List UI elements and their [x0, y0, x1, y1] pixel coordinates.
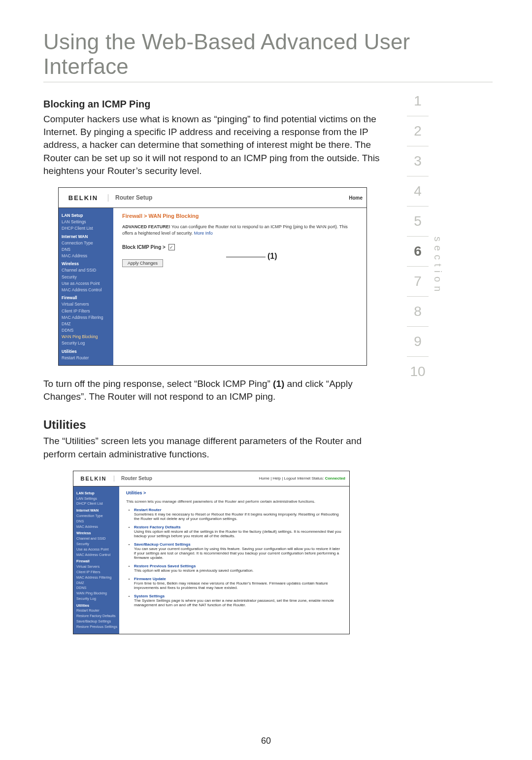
sidebar-item[interactable]: LAN Settings: [62, 219, 111, 225]
section-nav-item-7[interactable]: 7: [407, 267, 429, 297]
section-nav-item-1[interactable]: 1: [407, 86, 429, 116]
sidebar-item[interactable]: Connection Type: [62, 240, 111, 246]
sidebar-item[interactable]: Channel and SSID: [62, 267, 111, 274]
sidebar-item[interactable]: Restart Router: [62, 355, 111, 361]
page-title: Using the Web-Based Advanced User Interf…: [43, 30, 493, 82]
sidebar-item[interactable]: Virtual Servers: [76, 564, 117, 570]
utilities-item-title[interactable]: Restore Previous Saved Settings: [134, 564, 196, 568]
sidebar-item[interactable]: Use as Access Point: [62, 280, 111, 287]
utilities-item-desc: You can save your current configuration …: [134, 547, 342, 560]
sidebar-item[interactable]: Security Log: [62, 340, 111, 346]
section-nav: 12345678910: [407, 86, 429, 386]
section-nav-item-8[interactable]: 8: [407, 297, 429, 327]
sidebar-heading: LAN Setup: [62, 212, 111, 219]
sidebar-item[interactable]: Connection Type: [76, 514, 117, 519]
sidebar-item[interactable]: DHCP Client List: [76, 501, 117, 507]
section-nav-item-9[interactable]: 9: [407, 327, 429, 357]
sidebar-item[interactable]: DNS: [62, 246, 111, 253]
router-setup-title: Router Setup: [108, 194, 349, 201]
page-number: 60: [0, 736, 532, 746]
utilities-item-title[interactable]: Save/Backup Current Settings: [134, 542, 191, 547]
utilities-item-title[interactable]: Restart Router: [134, 508, 162, 512]
para-utilities: The “Utilities” screen lets you manage d…: [43, 435, 394, 460]
sidebar-heading: Wireless: [76, 531, 117, 536]
sidebar-item[interactable]: Restart Router: [76, 608, 117, 614]
sidebar-item[interactable]: DMZ: [76, 581, 117, 586]
router-top-links-text: Home | Help | Logout Internet Status:: [259, 476, 325, 481]
sidebar-heading: Wireless: [62, 261, 111, 267]
sidebar-heading: Internet WAN: [76, 508, 117, 514]
callout-line: [226, 257, 266, 257]
section-nav-item-3[interactable]: 3: [407, 146, 429, 176]
utilities-list-item: Restore Factory DefaultsUsing this optio…: [134, 525, 342, 538]
router-brand: BELKIN: [59, 194, 108, 202]
sidebar-item[interactable]: WAN Ping Blocking: [62, 334, 111, 340]
block-icmp-checkbox[interactable]: ✓: [168, 244, 175, 250]
sidebar-item[interactable]: Restore Factory Defaults: [76, 614, 117, 619]
router-breadcrumb-2: Utilities >: [126, 490, 342, 495]
heading-utilities: Utilities: [43, 418, 394, 432]
sidebar-item[interactable]: DDNS: [76, 586, 117, 591]
after-text-bold: (1): [273, 379, 284, 389]
utilities-list-item: System SettingsThe System Settings page …: [134, 594, 342, 607]
sidebar-item[interactable]: MAC Address: [76, 524, 117, 530]
sidebar-item[interactable]: DNS: [76, 519, 117, 524]
sidebar-item[interactable]: MAC Address Control: [62, 287, 111, 293]
para-blocking-icmp: Computer hackers use what is known as “p…: [43, 113, 394, 177]
sidebar-heading: LAN Setup: [76, 491, 117, 496]
sidebar-item[interactable]: Use as Access Point: [76, 547, 117, 553]
section-nav-item-5[interactable]: 5: [407, 207, 429, 237]
block-icmp-label: Block ICMP Ping >: [122, 244, 166, 250]
router-breadcrumb: Firewall > WAN Ping Blocking: [122, 213, 360, 219]
utilities-item-title[interactable]: System Settings: [134, 594, 165, 598]
sidebar-item[interactable]: MAC Address Control: [76, 553, 117, 558]
sidebar-item[interactable]: Client IP Filters: [62, 308, 111, 314]
apply-changes-button[interactable]: Apply Changes: [122, 259, 163, 267]
utilities-list: Restart RouterSometimes it may be necess…: [126, 508, 342, 607]
section-label: section: [432, 237, 443, 295]
sidebar-item[interactable]: Virtual Servers: [62, 301, 111, 308]
more-info-link[interactable]: More Info: [194, 231, 213, 236]
sidebar-item[interactable]: WAN Ping Blocking: [76, 591, 117, 596]
section-nav-item-6[interactable]: 6: [407, 237, 429, 267]
sidebar-heading: Internet WAN: [62, 234, 111, 240]
router-screenshot-2: BELKIN Router Setup Home | Help | Logout…: [73, 471, 350, 634]
utilities-item-desc: Sometimes it may be necessary to Reset o…: [134, 512, 342, 521]
sidebar-item[interactable]: DMZ: [62, 321, 111, 327]
sidebar-item[interactable]: Save/Backup Settings: [76, 619, 117, 624]
router-feature-text: ADVANCED FEATURE! You can configure the …: [122, 224, 360, 236]
sidebar-item[interactable]: MAC Address Filtering: [76, 575, 117, 581]
sidebar-item[interactable]: Restore Previous Settings: [76, 624, 117, 630]
utilities-item-desc: The System Settings page is where you ca…: [134, 598, 342, 607]
sidebar-item[interactable]: DDNS: [62, 327, 111, 334]
sidebar-heading: Firewall: [62, 295, 111, 301]
utilities-item-title[interactable]: Restore Factory Defaults: [134, 525, 181, 529]
section-nav-item-4[interactable]: 4: [407, 176, 429, 207]
sidebar-item[interactable]: Security Log: [76, 596, 117, 602]
utilities-item-title[interactable]: Firmware Update: [134, 577, 166, 581]
sidebar-item[interactable]: MAC Address Filtering: [62, 314, 111, 321]
sidebar-item[interactable]: Client IP Filters: [76, 570, 117, 575]
sidebar-item[interactable]: LAN Settings: [76, 496, 117, 502]
router-sidebar: LAN SetupLAN SettingsDHCP Client ListInt…: [59, 208, 113, 365]
section-nav-item-2[interactable]: 2: [407, 116, 429, 146]
after-text-pre: To turn off the ping response, select “B…: [43, 379, 273, 389]
sidebar-item[interactable]: Security: [62, 274, 111, 280]
sidebar-item[interactable]: DHCP Client List: [62, 225, 111, 232]
router-home-link[interactable]: Home: [349, 195, 363, 201]
utilities-intro: This screen lets you manage different pa…: [126, 499, 342, 504]
sidebar-heading: Firewall: [76, 559, 117, 564]
utilities-item-desc: This option will allow you to restore a …: [134, 568, 342, 573]
router-status-links[interactable]: Home | Help | Logout Internet Status: Co…: [259, 476, 345, 481]
sidebar-item[interactable]: Security: [76, 542, 117, 547]
utilities-item-desc: From time to time, Belkin may release ne…: [134, 581, 342, 590]
router-setup-title-2: Router Setup: [114, 476, 259, 481]
utilities-list-item: Save/Backup Current SettingsYou can save…: [134, 542, 342, 560]
utilities-list-item: Firmware UpdateFrom time to time, Belkin…: [134, 577, 342, 590]
router-brand-2: BELKIN: [73, 476, 114, 482]
section-nav-item-10[interactable]: 10: [407, 357, 429, 386]
sidebar-heading: Utilities: [62, 348, 111, 355]
callout-1: (1): [267, 252, 277, 261]
sidebar-item[interactable]: MAC Address: [62, 253, 111, 259]
sidebar-item[interactable]: Channel and SSID: [76, 536, 117, 542]
